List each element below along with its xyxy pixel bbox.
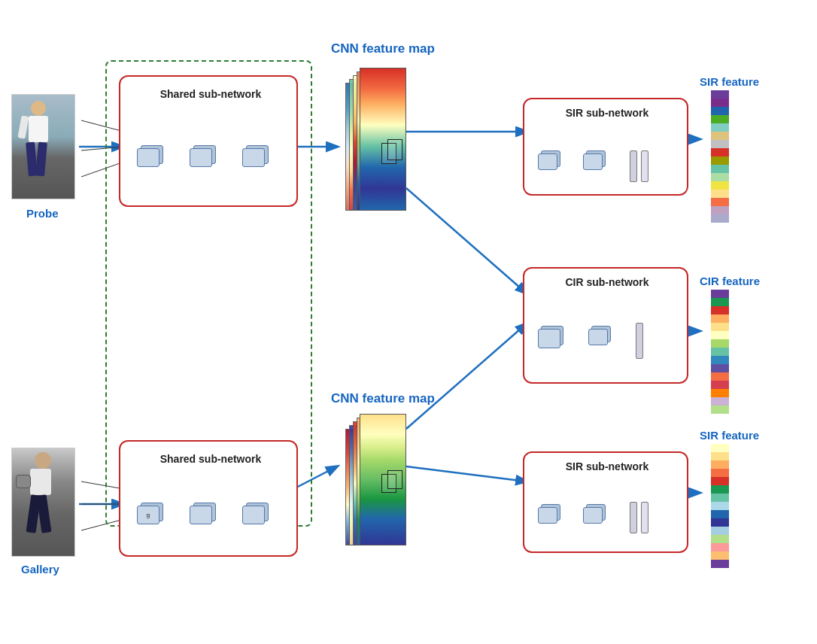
cir-feature-vector xyxy=(711,290,729,414)
svg-line-3 xyxy=(406,188,527,293)
cir-feature-label: CIR feature xyxy=(700,275,760,287)
sir-feature-top-label: SIR feature xyxy=(700,75,759,88)
gallery-label: Gallery xyxy=(21,563,59,576)
probe-image xyxy=(11,94,75,199)
sir-bottom-title: SIR sub-network xyxy=(547,460,667,472)
shared-top-title: Shared sub-network xyxy=(150,88,271,100)
cir-subnetwork: CIR sub-network xyxy=(523,267,688,384)
cnn-feature-map-bottom xyxy=(339,414,406,564)
sir-subnetwork-bottom: SIR sub-network xyxy=(523,451,688,553)
svg-line-5 xyxy=(406,324,527,429)
sir-top-title: SIR sub-network xyxy=(547,107,667,119)
shared-subnetwork-bottom: Shared sub-network g xyxy=(119,440,298,557)
cnn-feature-map-bottom-label: CNN feature map xyxy=(331,391,435,406)
cnn-feature-map-top-label: CNN feature map xyxy=(331,41,435,56)
shared-bottom-title: Shared sub-network xyxy=(150,453,271,465)
gallery-image xyxy=(11,448,75,557)
sir-feature-vector-top xyxy=(711,90,729,223)
sir-feature-bottom-label: SIR feature xyxy=(700,429,759,442)
cnn-feature-map-top xyxy=(339,68,406,233)
cir-title: CIR sub-network xyxy=(547,276,667,288)
sir-subnetwork-top: SIR sub-network xyxy=(523,98,688,196)
svg-line-4 xyxy=(406,466,527,481)
shared-subnetwork-top: Shared sub-network xyxy=(119,75,298,207)
sir-feature-vector-bottom xyxy=(711,444,729,568)
probe-label: Probe xyxy=(26,207,59,220)
